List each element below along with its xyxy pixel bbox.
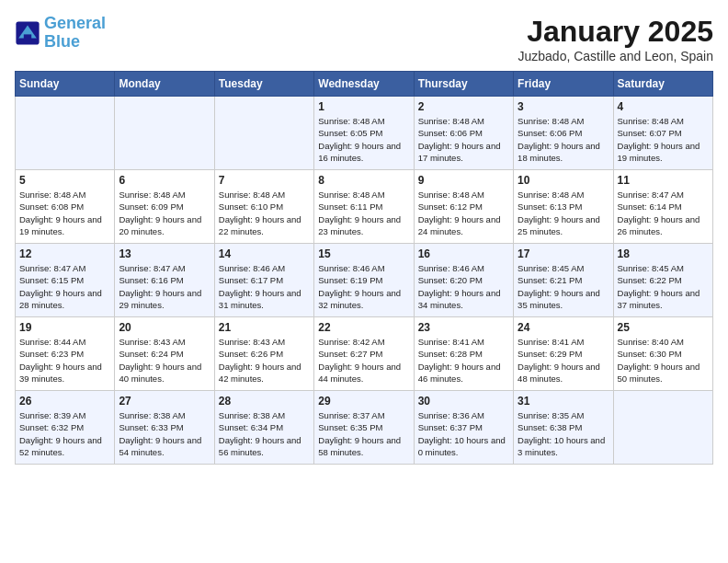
header: General Blue January 2025 Juzbado, Casti… — [15, 15, 713, 63]
weekday-header: Friday — [514, 72, 613, 97]
calendar-cell: 19Sunrise: 8:44 AM Sunset: 6:23 PM Dayli… — [16, 317, 115, 391]
day-number: 5 — [19, 174, 110, 187]
day-number: 1 — [318, 100, 409, 113]
day-number: 2 — [418, 100, 509, 113]
day-number: 4 — [618, 100, 709, 113]
cell-info: Sunrise: 8:38 AM Sunset: 6:34 PM Dayligh… — [219, 409, 310, 458]
logo: General Blue — [15, 15, 106, 52]
calendar-cell: 5Sunrise: 8:48 AM Sunset: 6:08 PM Daylig… — [16, 170, 115, 244]
cell-info: Sunrise: 8:48 AM Sunset: 6:10 PM Dayligh… — [219, 189, 310, 237]
cell-info: Sunrise: 8:48 AM Sunset: 6:06 PM Dayligh… — [518, 115, 609, 164]
cell-info: Sunrise: 8:35 AM Sunset: 6:38 PM Dayligh… — [518, 409, 609, 458]
day-number: 7 — [219, 174, 310, 187]
day-number: 29 — [318, 395, 409, 408]
title-area: January 2025 Juzbado, Castille and Leon,… — [518, 15, 713, 63]
cell-info: Sunrise: 8:48 AM Sunset: 6:07 PM Dayligh… — [618, 115, 709, 164]
cell-info: Sunrise: 8:48 AM Sunset: 6:13 PM Dayligh… — [518, 189, 609, 237]
day-number: 17 — [518, 247, 609, 260]
logo-text: General Blue — [44, 15, 106, 52]
cell-info: Sunrise: 8:42 AM Sunset: 6:27 PM Dayligh… — [318, 336, 409, 385]
weekday-header: Wednesday — [314, 72, 414, 97]
calendar-cell: 26Sunrise: 8:39 AM Sunset: 6:32 PM Dayli… — [16, 391, 115, 465]
calendar-table: SundayMondayTuesdayWednesdayThursdayFrid… — [15, 71, 713, 465]
cell-info: Sunrise: 8:45 AM Sunset: 6:22 PM Dayligh… — [618, 262, 709, 311]
cell-info: Sunrise: 8:48 AM Sunset: 6:12 PM Dayligh… — [418, 189, 509, 237]
weekday-header: Thursday — [414, 72, 513, 97]
day-number: 30 — [418, 395, 509, 408]
day-number: 28 — [219, 395, 310, 408]
calendar-cell: 23Sunrise: 8:41 AM Sunset: 6:28 PM Dayli… — [414, 317, 513, 391]
calendar-cell: 31Sunrise: 8:35 AM Sunset: 6:38 PM Dayli… — [514, 391, 613, 465]
cell-info: Sunrise: 8:43 AM Sunset: 6:24 PM Dayligh… — [119, 336, 210, 385]
cell-info: Sunrise: 8:48 AM Sunset: 6:08 PM Dayligh… — [19, 189, 110, 237]
calendar-cell: 1Sunrise: 8:48 AM Sunset: 6:05 PM Daylig… — [314, 97, 414, 170]
calendar-cell: 21Sunrise: 8:43 AM Sunset: 6:26 PM Dayli… — [214, 317, 313, 391]
day-number: 26 — [19, 395, 110, 408]
calendar-cell: 12Sunrise: 8:47 AM Sunset: 6:15 PM Dayli… — [16, 244, 115, 317]
calendar-cell: 11Sunrise: 8:47 AM Sunset: 6:14 PM Dayli… — [613, 170, 712, 244]
calendar-cell: 13Sunrise: 8:47 AM Sunset: 6:16 PM Dayli… — [115, 244, 214, 317]
cell-info: Sunrise: 8:47 AM Sunset: 6:16 PM Dayligh… — [119, 262, 210, 311]
calendar-week-row: 5Sunrise: 8:48 AM Sunset: 6:08 PM Daylig… — [16, 170, 713, 244]
calendar-week-row: 19Sunrise: 8:44 AM Sunset: 6:23 PM Dayli… — [16, 317, 713, 391]
day-number: 21 — [219, 321, 310, 334]
svg-rect-2 — [24, 34, 31, 40]
day-number: 27 — [119, 395, 210, 408]
cell-info: Sunrise: 8:48 AM Sunset: 6:11 PM Dayligh… — [318, 189, 409, 237]
day-number: 31 — [518, 395, 609, 408]
cell-info: Sunrise: 8:45 AM Sunset: 6:21 PM Dayligh… — [518, 262, 609, 311]
cell-info: Sunrise: 8:37 AM Sunset: 6:35 PM Dayligh… — [318, 409, 409, 458]
calendar-cell: 30Sunrise: 8:36 AM Sunset: 6:37 PM Dayli… — [414, 391, 513, 465]
cell-info: Sunrise: 8:41 AM Sunset: 6:29 PM Dayligh… — [518, 336, 609, 385]
calendar-cell: 29Sunrise: 8:37 AM Sunset: 6:35 PM Dayli… — [314, 391, 414, 465]
weekday-header: Sunday — [16, 72, 115, 97]
cell-info: Sunrise: 8:47 AM Sunset: 6:14 PM Dayligh… — [618, 189, 709, 237]
logo-line1: General — [44, 14, 106, 32]
calendar-cell — [115, 97, 214, 170]
month-title: January 2025 — [518, 15, 713, 49]
logo-icon — [15, 20, 40, 46]
calendar-cell: 15Sunrise: 8:46 AM Sunset: 6:19 PM Dayli… — [314, 244, 414, 317]
weekday-header: Monday — [115, 72, 214, 97]
cell-info: Sunrise: 8:46 AM Sunset: 6:17 PM Dayligh… — [219, 262, 310, 311]
calendar-cell: 8Sunrise: 8:48 AM Sunset: 6:11 PM Daylig… — [314, 170, 414, 244]
cell-info: Sunrise: 8:43 AM Sunset: 6:26 PM Dayligh… — [219, 336, 310, 385]
cell-info: Sunrise: 8:39 AM Sunset: 6:32 PM Dayligh… — [19, 409, 110, 458]
day-number: 13 — [119, 247, 210, 260]
day-number: 24 — [518, 321, 609, 334]
cell-info: Sunrise: 8:48 AM Sunset: 6:09 PM Dayligh… — [119, 189, 210, 237]
calendar-cell: 18Sunrise: 8:45 AM Sunset: 6:22 PM Dayli… — [613, 244, 712, 317]
calendar-cell — [16, 97, 115, 170]
calendar-cell: 3Sunrise: 8:48 AM Sunset: 6:06 PM Daylig… — [514, 97, 613, 170]
day-number: 22 — [318, 321, 409, 334]
weekday-header: Tuesday — [214, 72, 313, 97]
day-number: 20 — [119, 321, 210, 334]
day-number: 19 — [19, 321, 110, 334]
calendar-cell: 4Sunrise: 8:48 AM Sunset: 6:07 PM Daylig… — [613, 97, 712, 170]
day-number: 10 — [518, 174, 609, 187]
calendar-cell: 20Sunrise: 8:43 AM Sunset: 6:24 PM Dayli… — [115, 317, 214, 391]
day-number: 15 — [318, 247, 409, 260]
day-number: 9 — [418, 174, 509, 187]
cell-info: Sunrise: 8:44 AM Sunset: 6:23 PM Dayligh… — [19, 336, 110, 385]
calendar-cell: 16Sunrise: 8:46 AM Sunset: 6:20 PM Dayli… — [414, 244, 513, 317]
cell-info: Sunrise: 8:38 AM Sunset: 6:33 PM Dayligh… — [119, 409, 210, 458]
calendar-cell: 17Sunrise: 8:45 AM Sunset: 6:21 PM Dayli… — [514, 244, 613, 317]
weekday-header-row: SundayMondayTuesdayWednesdayThursdayFrid… — [16, 72, 713, 97]
calendar-cell: 10Sunrise: 8:48 AM Sunset: 6:13 PM Dayli… — [514, 170, 613, 244]
cell-info: Sunrise: 8:48 AM Sunset: 6:06 PM Dayligh… — [418, 115, 509, 164]
calendar-cell: 25Sunrise: 8:40 AM Sunset: 6:30 PM Dayli… — [613, 317, 712, 391]
day-number: 18 — [618, 247, 709, 260]
calendar-cell: 27Sunrise: 8:38 AM Sunset: 6:33 PM Dayli… — [115, 391, 214, 465]
day-number: 16 — [418, 247, 509, 260]
calendar-cell: 7Sunrise: 8:48 AM Sunset: 6:10 PM Daylig… — [214, 170, 313, 244]
cell-info: Sunrise: 8:46 AM Sunset: 6:20 PM Dayligh… — [418, 262, 509, 311]
day-number: 23 — [418, 321, 509, 334]
calendar-cell: 14Sunrise: 8:46 AM Sunset: 6:17 PM Dayli… — [214, 244, 313, 317]
calendar-week-row: 12Sunrise: 8:47 AM Sunset: 6:15 PM Dayli… — [16, 244, 713, 317]
calendar-cell: 2Sunrise: 8:48 AM Sunset: 6:06 PM Daylig… — [414, 97, 513, 170]
calendar-week-row: 1Sunrise: 8:48 AM Sunset: 6:05 PM Daylig… — [16, 97, 713, 170]
day-number: 12 — [19, 247, 110, 260]
day-number: 14 — [219, 247, 310, 260]
day-number: 8 — [318, 174, 409, 187]
